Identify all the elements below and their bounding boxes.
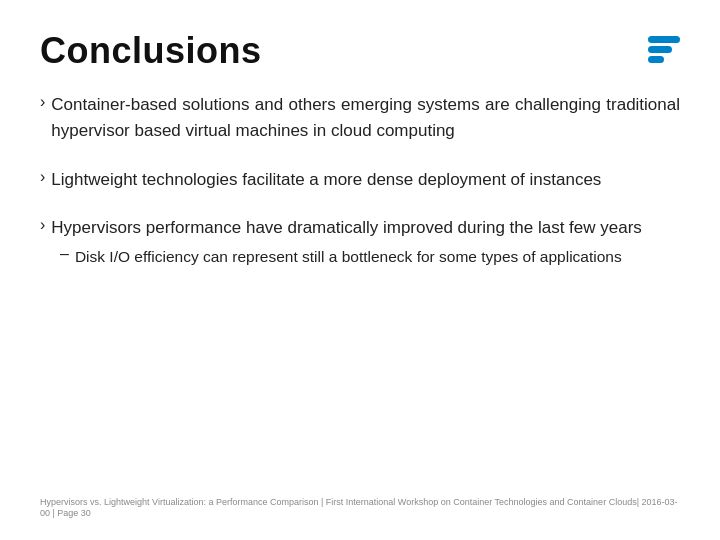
sub-text-1: Disk I/O efficiency can represent still …	[75, 245, 622, 268]
bullet-text-1: Container-based solutions and others eme…	[51, 92, 680, 145]
page-title: Conclusions	[40, 30, 262, 72]
bullet-item-3: › Hypervisors performance have dramatica…	[40, 215, 680, 269]
slide-footer: Hypervisors vs. Lightweight Virtualizati…	[40, 489, 680, 520]
bullet-item-1: › Container-based solutions and others e…	[40, 92, 680, 145]
logo-bar-2	[648, 46, 672, 53]
sub-dash-1: –	[60, 245, 69, 263]
bullet-text-2: Lightweight technologies facilitate a mo…	[51, 167, 601, 193]
sub-bullet-1: – Disk I/O efficiency can represent stil…	[60, 245, 622, 268]
bullet-text-3: Hypervisors performance have dramaticall…	[51, 215, 642, 241]
logo-bar-1	[648, 36, 680, 43]
footer-text: Hypervisors vs. Lightweight Virtualizati…	[40, 497, 678, 519]
slide-header: Conclusions	[40, 30, 680, 72]
bullet-arrow-2: ›	[40, 168, 45, 186]
bullet-arrow-3: ›	[40, 216, 45, 234]
slide: Conclusions › Container-based solutions …	[0, 0, 720, 540]
bullet-item-2: › Lightweight technologies facilitate a …	[40, 167, 680, 193]
bullet-arrow-1: ›	[40, 93, 45, 111]
ericsson-logo	[648, 36, 680, 63]
logo-bar-3	[648, 56, 664, 63]
slide-content: › Container-based solutions and others e…	[40, 92, 680, 489]
